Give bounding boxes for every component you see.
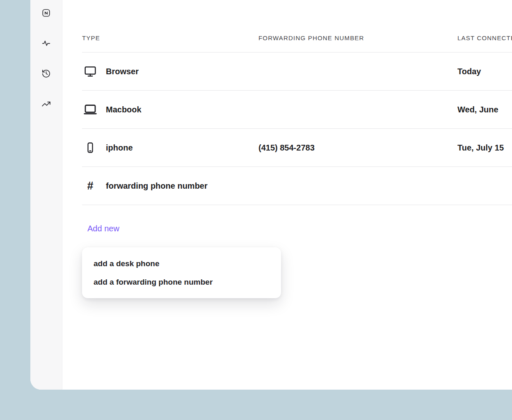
hash-icon: # [82, 180, 98, 192]
column-header-last-connected: LAST CONNECTED [457, 34, 512, 41]
device-type-cell: Browser [82, 65, 139, 78]
activity-icon [41, 39, 51, 48]
device-type-cell: iphone [82, 142, 133, 154]
devices-panel: TYPE FORWARDING PHONE NUMBER LAST CONNEC… [62, 0, 512, 390]
table-row[interactable]: Browser Today [82, 52, 512, 91]
laptop-icon [82, 102, 98, 117]
table-row[interactable]: # forwarding phone number [82, 167, 512, 205]
forwarding-number: (415) 854-2783 [258, 143, 315, 153]
sidebar-item-history[interactable] [37, 64, 56, 83]
device-type-label: Macbook [106, 105, 142, 114]
device-type-label: iphone [106, 143, 133, 153]
desktop-background: TYPE FORWARDING PHONE NUMBER LAST CONNEC… [0, 0, 512, 420]
device-type-cell: # forwarding phone number [82, 180, 208, 192]
monitor-icon [82, 65, 98, 78]
sidebar-item-logo[interactable] [37, 3, 56, 22]
column-header-type: TYPE [82, 34, 100, 41]
last-connected: Wed, June [457, 105, 498, 114]
app-window: TYPE FORWARDING PHONE NUMBER LAST CONNEC… [30, 0, 512, 390]
menu-item-forwarding-number[interactable]: add a forwarding phone number [82, 273, 281, 291]
column-header-forwarding: FORWARDING PHONE NUMBER [258, 34, 364, 41]
table-header: TYPE FORWARDING PHONE NUMBER LAST CONNEC… [82, 0, 512, 52]
sidebar [30, 0, 62, 390]
menu-item-desk-phone[interactable]: add a desk phone [82, 254, 281, 273]
sidebar-item-activity[interactable] [37, 34, 56, 52]
device-type-label: Browser [106, 67, 139, 76]
device-type-cell: Macbook [82, 102, 142, 117]
device-type-label: forwarding phone number [106, 181, 208, 191]
last-connected: Today [457, 67, 481, 76]
table-row[interactable]: iphone (415) 854-2783 Tue, July 15 [82, 129, 512, 167]
add-menu: add a desk phone add a forwarding phone … [82, 247, 281, 298]
sidebar-item-analytics[interactable] [37, 94, 56, 113]
table-row[interactable]: Macbook Wed, June [82, 91, 512, 129]
history-icon [41, 69, 51, 78]
last-connected: Tue, July 15 [457, 143, 504, 153]
smartphone-icon [82, 142, 98, 154]
app-logo-icon [41, 8, 51, 18]
trending-up-icon [41, 99, 51, 109]
add-new-button[interactable]: Add new [87, 224, 119, 233]
